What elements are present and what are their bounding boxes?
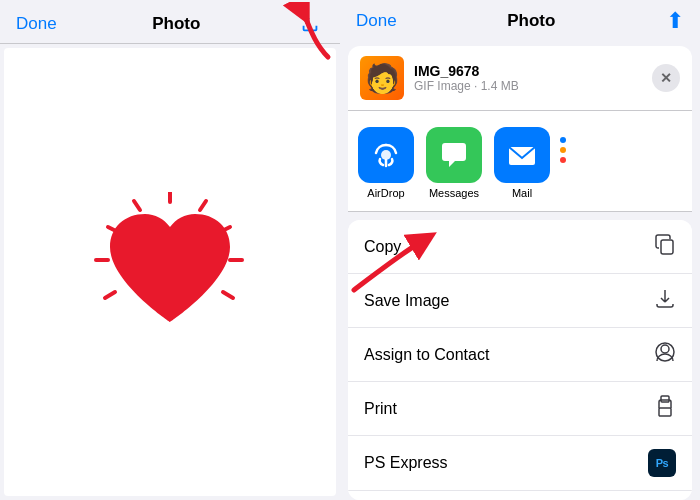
dot-2 bbox=[560, 147, 566, 153]
airdrop-icon bbox=[358, 127, 414, 183]
svg-line-1 bbox=[200, 201, 206, 210]
file-header: 🧑 IMG_9678 GIF Image · 1.4 MB ✕ bbox=[348, 46, 692, 111]
ps-express-action[interactable]: PS Express Ps bbox=[348, 436, 692, 491]
assign-contact-label: Assign to Contact bbox=[364, 346, 489, 364]
svg-rect-17 bbox=[661, 396, 669, 402]
print-label: Print bbox=[364, 400, 397, 418]
print-icon bbox=[654, 395, 676, 422]
save-icon bbox=[654, 287, 676, 314]
assign-contact-action[interactable]: Assign to Contact bbox=[348, 328, 692, 382]
mail-icon bbox=[494, 127, 550, 183]
action-list: Copy Save Image Assign to Contact bbox=[348, 220, 692, 500]
close-button[interactable]: ✕ bbox=[652, 64, 680, 92]
save-image-label: Save Image bbox=[364, 292, 449, 310]
share-button[interactable] bbox=[296, 10, 324, 38]
messages-icon-item[interactable]: Messages bbox=[424, 127, 484, 199]
airdrop-icon-item[interactable]: AirDrop bbox=[356, 127, 416, 199]
app-icons-row: AirDrop Messages Mail bbox=[348, 111, 692, 212]
sheet-done-button[interactable]: Done bbox=[356, 11, 397, 31]
dot-1 bbox=[560, 137, 566, 143]
photos-panel: Done Photo bbox=[0, 0, 340, 500]
done-button[interactable]: Done bbox=[16, 14, 57, 34]
file-thumbnail: 🧑 bbox=[360, 56, 404, 100]
svg-line-7 bbox=[105, 292, 115, 298]
share-sheet: Done Photo ⬆ 🧑 IMG_9678 GIF Image · 1.4 … bbox=[340, 0, 700, 500]
nav-title: Photo bbox=[152, 14, 200, 34]
svg-line-4 bbox=[134, 201, 140, 210]
more-dots bbox=[560, 127, 566, 163]
add-shared-album-action[interactable]: Add to Shared Album bbox=[348, 491, 692, 500]
dot-3 bbox=[560, 157, 566, 163]
messages-icon bbox=[426, 127, 482, 183]
svg-point-10 bbox=[381, 150, 391, 160]
file-name: IMG_9678 bbox=[414, 63, 652, 79]
ps-express-label: PS Express bbox=[364, 454, 448, 472]
heart-image bbox=[90, 192, 250, 352]
sheet-share-icon[interactable]: ⬆ bbox=[666, 8, 684, 34]
nav-bar: Done Photo bbox=[0, 0, 340, 44]
photo-display bbox=[4, 48, 336, 496]
file-info: IMG_9678 GIF Image · 1.4 MB bbox=[414, 63, 652, 93]
svg-rect-16 bbox=[659, 408, 671, 416]
file-meta: GIF Image · 1.4 MB bbox=[414, 79, 652, 93]
share-top-bar: Done Photo ⬆ bbox=[340, 0, 700, 38]
messages-label: Messages bbox=[429, 187, 479, 199]
mail-icon-item[interactable]: Mail bbox=[492, 127, 552, 199]
ps-express-icon: Ps bbox=[648, 449, 676, 477]
contact-icon bbox=[654, 341, 676, 368]
svg-point-14 bbox=[661, 345, 669, 353]
mail-label: Mail bbox=[512, 187, 532, 199]
save-image-action[interactable]: Save Image bbox=[348, 274, 692, 328]
svg-line-8 bbox=[223, 292, 233, 298]
copy-label: Copy bbox=[364, 238, 401, 256]
copy-icon bbox=[654, 233, 676, 260]
print-action[interactable]: Print bbox=[348, 382, 692, 436]
svg-rect-13 bbox=[661, 240, 673, 254]
airdrop-label: AirDrop bbox=[367, 187, 404, 199]
copy-action[interactable]: Copy bbox=[348, 220, 692, 274]
thumbnail-emoji: 🧑 bbox=[365, 62, 400, 95]
sheet-title: Photo bbox=[507, 11, 555, 31]
